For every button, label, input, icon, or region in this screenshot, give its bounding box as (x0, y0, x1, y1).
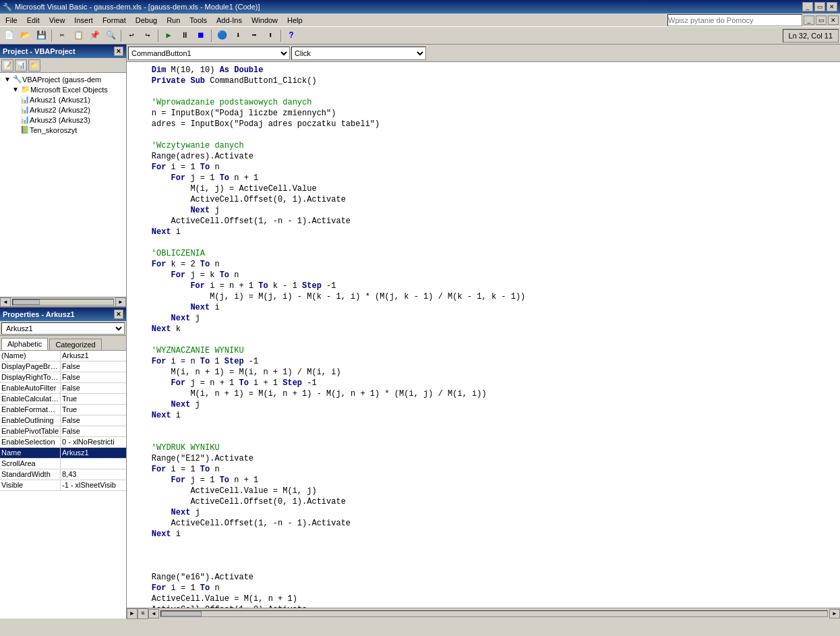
pause-button[interactable]: ⏸ (177, 28, 192, 43)
save-button[interactable]: 💾 (34, 28, 49, 43)
props-row[interactable]: EnablePivotTableFalse (0, 426, 126, 437)
props-row[interactable]: DisplayRightToLeftFalse (0, 372, 126, 383)
code-line: For i = n To 1 Step -1 (132, 356, 835, 367)
menu-item-window[interactable]: Window (247, 15, 282, 26)
code-line: M(i, n + 1) = M(i, n + 1) - M(j, n + 1) … (132, 388, 835, 399)
code-line: 'Wprowadzanie podstawowych danych (132, 97, 835, 108)
tree-item-excel-objects[interactable]: ▼ 📁 Microsoft Excel Objects (1, 84, 125, 94)
menu-item-tools[interactable]: Tools (185, 15, 211, 26)
properties-panel-header: Properties - Arkusz1 ✕ (0, 308, 126, 321)
help-minimize-button[interactable]: _ (804, 16, 814, 25)
collapse-icon-2: ▼ (12, 86, 19, 93)
redo-button[interactable]: ↪ (140, 28, 155, 43)
code-line (132, 237, 835, 248)
open-button[interactable]: 📂 (18, 28, 32, 43)
tree-item-arkusz1[interactable]: 📊 Arkusz1 (Arkusz1) (1, 94, 125, 105)
scroll-left-button[interactable]: ◀ (0, 297, 11, 307)
props-row[interactable]: EnableOutliningFalse (0, 415, 126, 426)
tab-alphabetic[interactable]: Alphabetic (1, 338, 48, 350)
props-row[interactable]: (Name)Arkusz1 (0, 351, 126, 362)
code-line (132, 421, 835, 432)
code-line: 'WYZNACZANIE WYNIKU (132, 345, 835, 356)
scroll-right-button[interactable]: ▶ (115, 297, 126, 307)
main-layout: Project - VBAProject ✕ 📝 📊 📁 ▼ 🔧 VBAProj… (0, 45, 840, 618)
props-row[interactable]: StandardWidth8,43 (0, 469, 126, 480)
title-bar-buttons: _ ▭ ✕ (802, 2, 837, 11)
tab-categorized[interactable]: Categorized (49, 339, 101, 350)
minimize-button[interactable]: _ (802, 2, 813, 11)
code-scroll-right-button[interactable]: ▶ (829, 609, 840, 618)
tree-item-arkusz3[interactable]: 📊 Arkusz3 (Arkusz3) (1, 115, 125, 125)
menu-item-format[interactable]: Format (98, 15, 130, 26)
help-close-button[interactable]: ✕ (828, 16, 839, 25)
cut-button[interactable]: ✂ (55, 28, 69, 43)
tree-item-ten-skoroszyt[interactable]: 📗 Ten_skoroszyt (1, 125, 125, 135)
stepout-button[interactable]: ⬆ (263, 28, 278, 43)
procedure-combo[interactable]: Click (291, 47, 426, 60)
stepover-button[interactable]: ➡ (247, 28, 262, 43)
props-row[interactable]: Visible-1 - xlSheetVisib (0, 480, 126, 491)
procedure-view-button[interactable]: ▶ (127, 608, 138, 619)
project-panel-close-button[interactable]: ✕ (114, 47, 123, 56)
props-row[interactable]: ScrollArea (0, 459, 126, 469)
menu-item-insert[interactable]: Insert (70, 15, 97, 26)
props-row[interactable]: DisplayPageBreakFalse (0, 362, 126, 372)
new-button[interactable]: 📄 (1, 28, 16, 43)
code-horizontal-scrollbar[interactable] (160, 610, 828, 617)
code-scroll-left-button[interactable]: ◀ (148, 609, 159, 618)
code-line (132, 86, 835, 97)
module-view-button[interactable]: ≡ (138, 608, 148, 619)
code-line: Next j (132, 507, 835, 518)
help-restore-button[interactable]: ▭ (816, 16, 827, 25)
code-panel: CommandButton1 Click Dim M(10, 10) As Do… (127, 45, 840, 618)
code-area[interactable]: Dim M(10, 10) As Double Private Sub Comm… (127, 62, 840, 608)
properties-panel-close-button[interactable]: ✕ (114, 310, 123, 319)
code-line: Next i (132, 227, 835, 237)
menu-item-debug[interactable]: Debug (131, 15, 161, 26)
menu-item-edit[interactable]: Edit (23, 15, 44, 26)
run-button[interactable]: ▶ (161, 28, 176, 43)
toggle-folders-button[interactable]: 📁 (28, 59, 40, 71)
code-line: ActiveCell.Value = M(i, n + 1) (132, 594, 835, 604)
menu-item-run[interactable]: Run (162, 15, 184, 26)
object-combo[interactable]: CommandButton1 (128, 47, 290, 60)
find-button[interactable]: 🔍 (103, 28, 118, 43)
code-line: For j = 1 To n + 1 (132, 475, 835, 486)
view-code-button[interactable]: 📝 (1, 59, 13, 71)
horizontal-scrollbar[interactable] (12, 299, 114, 306)
question-button[interactable]: ? (284, 28, 299, 43)
props-value: False (61, 383, 126, 393)
code-line: adres = InputBox("Podaj adres poczatku t… (132, 119, 835, 129)
props-row[interactable]: EnableSelection0 - xlNoRestricti (0, 437, 126, 448)
help-search-input[interactable] (667, 14, 802, 26)
toolbar-separator-4 (211, 30, 212, 42)
stepinto-button[interactable]: ⬇ (231, 28, 245, 43)
props-row[interactable]: EnableAutoFilterFalse (0, 383, 126, 394)
stop-button[interactable]: ⏹ (193, 28, 208, 43)
code-line: Next k (132, 324, 835, 335)
code-scrollbar-thumb (161, 611, 202, 616)
undo-button[interactable]: ↩ (124, 28, 139, 43)
tree-item-vbaproject[interactable]: ▼ 🔧 VBAProject (gauss-dem (1, 74, 125, 84)
tree-item-arkusz2[interactable]: 📊 Arkusz2 (Arkusz2) (1, 105, 125, 115)
code-line: Next j (132, 399, 835, 410)
close-button[interactable]: ✕ (827, 2, 837, 11)
props-row[interactable]: EnableCalculationTrue (0, 394, 126, 405)
code-line (132, 561, 835, 572)
code-line: Next i (132, 302, 835, 313)
view-object-button[interactable]: 📊 (15, 59, 27, 71)
menu-item-file[interactable]: File (1, 15, 22, 26)
code-line: M(i, n + 1) = M(i, n + 1) / M(i, i) (132, 367, 835, 378)
properties-object-dropdown[interactable]: Arkusz1 (1, 322, 125, 335)
code-toolbar: CommandButton1 Click (127, 45, 840, 62)
props-row[interactable]: NameArkusz1 (0, 448, 126, 459)
breakpoint-button[interactable]: 🔵 (214, 28, 229, 43)
menu-item-addins[interactable]: Add-Ins (212, 15, 246, 26)
props-row[interactable]: EnableFormatConTrue (0, 405, 126, 415)
menu-item-view[interactable]: View (45, 15, 69, 26)
menu-item-help[interactable]: Help (283, 15, 307, 26)
restore-button[interactable]: ▭ (814, 2, 825, 11)
paste-button[interactable]: 📌 (87, 28, 102, 43)
tree-arkusz1-label: Arkusz1 (Arkusz1) (30, 96, 90, 104)
copy-button[interactable]: 📋 (71, 28, 86, 43)
